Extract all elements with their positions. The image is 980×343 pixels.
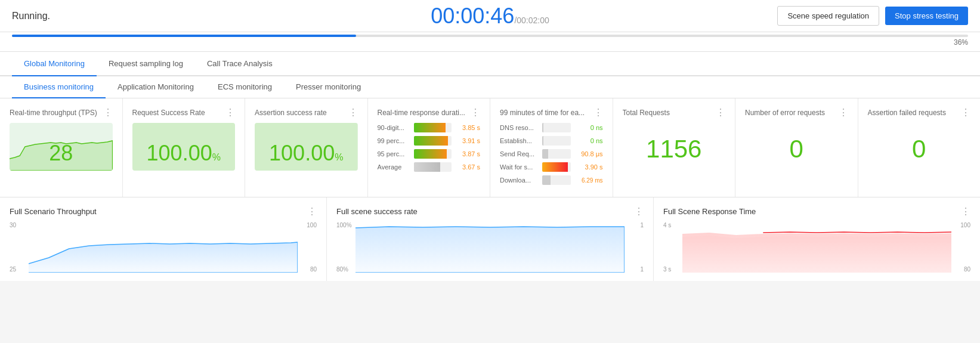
tps-header: Real-time throughput (TPS) ⋮ (10, 107, 113, 118)
success-y-right: 1 1 (627, 222, 644, 273)
success-rate-header: Request Success Rate ⋮ (132, 107, 236, 118)
throughput-chart-menu-icon[interactable]: ⋮ (307, 206, 317, 217)
tps-card: Real-time throughput (TPS) ⋮ 28 (0, 98, 123, 197)
tps-menu-icon[interactable]: ⋮ (103, 107, 113, 118)
response-time-chart-area: 4 s 3 s 100 80 (663, 222, 970, 273)
throughput-y-right: 100 80 (300, 222, 317, 273)
timer-section: 00:00:46/00:02:00 (431, 4, 549, 29)
throughput-chart-area: 30 25 100 80 (10, 222, 317, 273)
tab-request-sampling[interactable]: Request sampling log (97, 52, 195, 76)
throughput-chart-card: Full Scenario Throughput ⋮ 30 25 100 80 (0, 197, 327, 281)
time-item-3: Wait for s... 3.90 s (500, 162, 603, 172)
rt-item-1: 99 perc... 3.91 s (378, 136, 481, 146)
rt-response-header: Real-time response durati... ⋮ (378, 107, 481, 118)
rt-bar-1 (414, 136, 448, 146)
time-bar-bg-3 (542, 162, 571, 172)
scene-speed-button[interactable]: Scene speed regulation (777, 6, 879, 26)
error-requests-menu-icon[interactable]: ⋮ (839, 107, 848, 118)
tab-business-monitoring[interactable]: Business monitoring (12, 76, 106, 98)
throughput-y-left: 30 25 (10, 222, 26, 273)
success-rate-chart-area: 100% 80% 1 1 (336, 222, 644, 273)
assertion-failed-title: Assertion failed requests (868, 109, 946, 117)
response-time-chart-card: Full Scene Response Time ⋮ 4 s 3 s 100 8… (654, 197, 980, 281)
time-bar-2 (542, 149, 548, 159)
time-99-menu-icon[interactable]: ⋮ (593, 107, 603, 118)
total-requests-menu-icon[interactable]: ⋮ (716, 107, 725, 118)
status-label: Running. (12, 11, 50, 21)
time-item-0: DNS reso... 0 ns (500, 123, 603, 132)
rt-item-2: 95 perc... 3.87 s (378, 149, 481, 159)
primary-tabs: Global Monitoring Request sampling log C… (0, 52, 980, 76)
time-bar-4 (542, 175, 551, 185)
timer-total: /00:02:00 (514, 16, 549, 25)
response-y-right: 100 80 (954, 222, 970, 273)
total-requests-value: 1156 (623, 123, 726, 175)
rt-bar-0 (414, 123, 446, 132)
success-rate-value: 100.00% (132, 141, 236, 166)
error-requests-header: Number of error requests ⋮ (745, 107, 848, 118)
success-rate-chart-menu-icon[interactable]: ⋮ (634, 206, 644, 217)
rt-item-3: Average 3.67 s (378, 162, 481, 172)
rt-bar-bg-3 (414, 162, 452, 172)
assertion-rate-chart: 100.00% (255, 123, 358, 171)
success-rate-title: Request Success Rate (132, 109, 205, 117)
time-99-card: 99 minutes of time for ea... ⋮ DNS reso.… (490, 98, 613, 197)
total-requests-card: Total Requests ⋮ 1156 (613, 98, 736, 197)
stop-stress-button[interactable]: Stop stress testing (885, 7, 968, 25)
tab-application-monitoring[interactable]: Application Monitoring (106, 76, 206, 98)
success-rate-chart: 100.00% (132, 123, 236, 171)
assertion-failed-card: Assertion failed requests ⋮ 0 (858, 98, 981, 197)
success-rate-chart-title: Full scene success rate (336, 207, 418, 216)
header-buttons: Scene speed regulation Stop stress testi… (777, 6, 968, 26)
assertion-rate-header: Assertion success rate ⋮ (255, 107, 358, 118)
response-y-left: 4 s 3 s (663, 222, 680, 273)
progress-bar-background (12, 35, 968, 37)
tab-call-trace[interactable]: Call Trace Analysis (195, 52, 285, 76)
rt-bar-bg-0 (414, 123, 452, 132)
throughput-svg (29, 222, 298, 273)
assertion-failed-value: 0 (868, 123, 971, 175)
success-rate-chart-header: Full scene success rate ⋮ (336, 206, 644, 217)
time-99-header: 99 minutes of time for ea... ⋮ (500, 107, 603, 118)
assertion-rate-menu-icon[interactable]: ⋮ (348, 107, 358, 118)
metrics-row: Real-time throughput (TPS) ⋮ 28 Request … (0, 98, 980, 197)
rt-bar-bg-1 (414, 136, 452, 146)
assertion-failed-menu-icon[interactable]: ⋮ (961, 107, 970, 118)
tps-chart: 28 (10, 123, 113, 171)
rt-response-title: Real-time response durati... (378, 109, 465, 117)
tab-global-monitoring[interactable]: Global Monitoring (12, 52, 97, 76)
response-time-chart-menu-icon[interactable]: ⋮ (961, 206, 970, 217)
secondary-tabs: Business monitoring Application Monitori… (0, 76, 980, 98)
success-rate-chart-card: Full scene success rate ⋮ 100% 80% 1 1 (327, 197, 654, 281)
progress-bar-fill (12, 35, 356, 37)
time-bar-0 (542, 123, 543, 132)
time-item-4: Downloa... 6.29 ms (500, 175, 603, 185)
tab-presser-monitoring[interactable]: Presser monitoring (284, 76, 373, 98)
rt-bar-bg-2 (414, 149, 452, 159)
tab-ecs-monitoring[interactable]: ECS monitoring (206, 76, 284, 98)
success-rate-menu-icon[interactable]: ⋮ (225, 107, 235, 118)
error-requests-card: Number of error requests ⋮ 0 (735, 98, 858, 197)
rt-bar-2 (414, 149, 447, 159)
total-requests-header: Total Requests ⋮ (623, 107, 726, 118)
time-bar-3 (542, 162, 568, 172)
error-requests-title: Number of error requests (745, 109, 825, 117)
rt-response-menu-icon[interactable]: ⋮ (471, 107, 480, 118)
time-bar-bg-2 (542, 149, 571, 159)
throughput-chart-header: Full Scenario Throughput ⋮ (10, 206, 317, 217)
rt-bar-3 (414, 162, 440, 172)
rt-response-list: 90-digit... 3.85 s 99 perc... 3.91 s 95 … (378, 123, 481, 172)
time-bar-bg-0 (542, 123, 571, 132)
error-requests-value: 0 (745, 123, 848, 175)
response-time-svg (682, 222, 951, 273)
tps-value: 28 (10, 141, 113, 166)
assertion-rate-card: Assertion success rate ⋮ 100.00% (245, 98, 368, 197)
time-list: DNS reso... 0 ns Establish... 0 ns Send … (500, 123, 603, 185)
time-item-2: Send Req... 90.8 μs (500, 149, 603, 159)
throughput-chart-title: Full Scenario Throughput (10, 207, 97, 216)
assertion-failed-header: Assertion failed requests ⋮ (868, 107, 971, 118)
success-rate-svg (355, 222, 625, 273)
assertion-rate-value: 100.00% (255, 141, 358, 166)
charts-row: Full Scenario Throughput ⋮ 30 25 100 80 (0, 197, 980, 281)
time-bar-bg-1 (542, 136, 571, 146)
